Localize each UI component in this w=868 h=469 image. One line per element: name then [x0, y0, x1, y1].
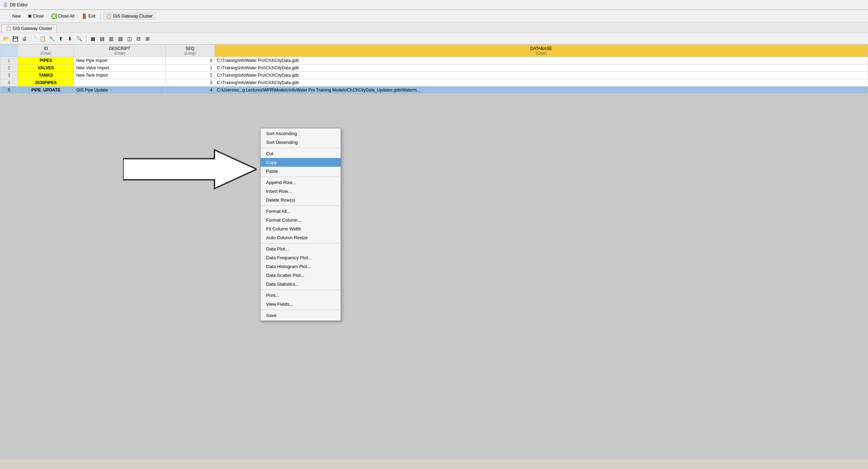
search-icon-btn[interactable]: 🔍: [75, 35, 83, 43]
menu-item-data-scatter-plot[interactable]: Data Scatter Plot...: [261, 271, 341, 280]
grid3-icon-btn[interactable]: ▥: [107, 35, 115, 43]
table-row[interactable]: 3TANKSNew Tank Import2C:\Training\InfoWa…: [0, 72, 868, 79]
table-row-descript[interactable]: New Pipe Import: [74, 57, 166, 64]
menu-separator: [261, 290, 341, 290]
table-row-num: 2: [0, 64, 18, 72]
table-row-descript[interactable]: New Tank Import: [74, 72, 166, 79]
col-header-descript[interactable]: DESCRIPT (Char): [74, 45, 166, 57]
col-header-indicator: [0, 45, 18, 57]
table-row[interactable]: 2VALVESNew Valve Import1C:\Training\Info…: [0, 64, 868, 72]
grid4-icon-btn[interactable]: ▧: [116, 35, 124, 43]
menu-item-format-column[interactable]: Format Column...: [261, 216, 341, 224]
close-button[interactable]: ✖ Close: [25, 12, 47, 20]
menu-item-sort-ascending[interactable]: Sort Ascending: [261, 129, 341, 138]
table-row-database[interactable]: C:\Users\so...g Lectures\WPR\Models\Info…: [215, 87, 868, 94]
grid2-icon-btn[interactable]: ▤: [98, 35, 106, 43]
table-row-descript[interactable]: New Valve Import: [74, 64, 166, 72]
table-row-descript[interactable]: GIS Pipe Update: [74, 87, 166, 94]
print-icon-btn[interactable]: 🖨: [20, 35, 28, 43]
table-row-descript[interactable]: [74, 79, 166, 87]
main-toolbar: 📄 New ✖ Close ❎ Close All 🚪 Exit 📋 GIS G…: [0, 10, 868, 23]
table-row-database[interactable]: C:\Training\InfoWater Pro\Ch3\CityData.g…: [215, 72, 868, 79]
title-bar: 🗄 DB Editor: [0, 0, 868, 10]
toolbar-separator: [101, 12, 101, 20]
arrow-annotation: [123, 148, 257, 191]
table-row-id[interactable]: PIPE_UPDATE: [18, 87, 74, 94]
table-row-num: 3: [0, 72, 18, 79]
menu-separator: [261, 205, 341, 206]
app-icon: 🗄: [3, 2, 8, 8]
table-row[interactable]: 5PIPE_UPDATEGIS Pipe Update4C:\Users\so.…: [0, 87, 868, 94]
menu-separator: [261, 310, 341, 310]
new-icon: 📄: [5, 13, 11, 19]
main-content: ID (Char) DESCRIPT (Char) SEQ (Long) D: [0, 44, 868, 460]
tool1-icon-btn[interactable]: 🔧: [48, 35, 56, 43]
table-row-database[interactable]: C:\Training\InfoWater Pro\Ch3\CityData.g…: [215, 64, 868, 72]
save-icon-btn[interactable]: 💾: [11, 35, 19, 43]
print2-icon-btn[interactable]: 📄: [30, 35, 37, 43]
grid7-icon-btn[interactable]: ⊞: [144, 35, 152, 43]
menu-item-cut[interactable]: Cut: [261, 149, 341, 158]
db-editor-window: 🗄 DB Editor 📄 New ✖ Close ❎ Close All 🚪 …: [0, 0, 868, 460]
clipboard-icon-btn[interactable]: 📋: [39, 35, 46, 43]
close-all-button[interactable]: ❎ Close All: [48, 12, 78, 20]
table-row-num: 5: [0, 87, 18, 94]
data-table-container: ID (Char) DESCRIPT (Char) SEQ (Long) D: [0, 44, 868, 94]
menu-item-data-statistics[interactable]: Data Statistics...: [261, 280, 341, 289]
table-row-seq[interactable]: 3: [166, 79, 215, 87]
new-button[interactable]: 📄 New: [2, 12, 24, 20]
table-row-seq[interactable]: 2: [166, 72, 215, 79]
open-icon-btn[interactable]: 📂: [2, 35, 10, 43]
table-row[interactable]: 42030PIPES3C:\Training\InfoWater Pro\Ch3…: [0, 79, 868, 87]
col-header-id[interactable]: ID (Char): [18, 45, 74, 57]
tab-bar: 📋 GIS Gateway Cluster: [0, 23, 868, 33]
menu-item-append-row[interactable]: Append Row...: [261, 178, 341, 187]
exit-icon: 🚪: [81, 13, 87, 19]
menu-item-paste[interactable]: Paste: [261, 167, 341, 176]
menu-item-data-histogram-plot[interactable]: Data Histogram Plot...: [261, 262, 341, 271]
menu-item-delete-rows[interactable]: Delete Row(s): [261, 196, 341, 204]
table-row-id[interactable]: VALVES: [18, 64, 74, 72]
close-all-icon: ❎: [51, 13, 57, 19]
sort-asc-icon-btn[interactable]: ⬆: [57, 35, 65, 43]
grid5-icon-btn[interactable]: ◫: [126, 35, 133, 43]
menu-item-format-all[interactable]: Format All...: [261, 207, 341, 216]
table-row[interactable]: 1PIPESNew Pipe Import0C:\Training\InfoWa…: [0, 57, 868, 64]
menu-item-print[interactable]: Print...: [261, 291, 341, 300]
data-table: ID (Char) DESCRIPT (Char) SEQ (Long) D: [0, 44, 868, 94]
table-row-seq[interactable]: 0: [166, 57, 215, 64]
table-row-database[interactable]: C:\Training\InfoWater Pro\Ch3\CityData.g…: [215, 79, 868, 87]
table-row-id[interactable]: PIPES: [18, 57, 74, 64]
active-tab-icon: 📋: [106, 14, 111, 19]
icon-toolbar: 📂 💾 🖨 📄 📋 🔧 ⬆ ⬇ 🔍 ▦ ▤ ▥ ▧ ◫ ⊟ ⊞: [0, 33, 868, 44]
sort-desc-icon-btn[interactable]: ⬇: [66, 35, 74, 43]
col-header-seq[interactable]: SEQ (Long): [166, 45, 215, 57]
table-row-seq[interactable]: 1: [166, 64, 215, 72]
svg-marker-0: [123, 150, 257, 189]
table-row-database[interactable]: C:\Training\InfoWater Pro\Ch3\CityData.g…: [215, 57, 868, 64]
table-row-seq[interactable]: 4: [166, 87, 215, 94]
close-icon: ✖: [28, 13, 32, 19]
title-bar-text: DB Editor: [10, 2, 28, 7]
icon-toolbar-sep1: [86, 35, 86, 43]
menu-item-auto-column-resize[interactable]: Auto Column Resize: [261, 233, 341, 242]
context-menu: Sort AscendingSort DesendingCutCopyPaste…: [260, 128, 341, 321]
menu-item-sort-descending[interactable]: Sort Desending: [261, 138, 341, 147]
menu-item-fit-column-width[interactable]: Fit Column Width: [261, 224, 341, 233]
grid1-icon-btn[interactable]: ▦: [89, 35, 97, 43]
col-header-database[interactable]: DATABASE (Char): [215, 45, 868, 57]
grid6-icon-btn[interactable]: ⊟: [135, 35, 142, 43]
menu-separator: [261, 243, 341, 243]
menu-item-insert-row[interactable]: Insert Row...: [261, 187, 341, 196]
menu-item-data-frequency-plot[interactable]: Data Frequency Plot...: [261, 253, 341, 262]
table-row-id[interactable]: TANKS: [18, 72, 74, 79]
tab-gis-gateway[interactable]: 📋 GIS Gateway Cluster: [1, 24, 57, 33]
menu-item-copy[interactable]: Copy: [261, 158, 341, 167]
exit-button[interactable]: 🚪 Exit: [78, 12, 98, 20]
table-row-num: 4: [0, 79, 18, 87]
menu-item-view-fields[interactable]: View Fields...: [261, 300, 341, 309]
menu-item-data-plot[interactable]: Data Plot...: [261, 245, 341, 253]
menu-item-save[interactable]: Save: [261, 311, 341, 320]
tab-icon: 📋: [6, 26, 11, 31]
table-row-id[interactable]: 2030PIPES: [18, 79, 74, 87]
